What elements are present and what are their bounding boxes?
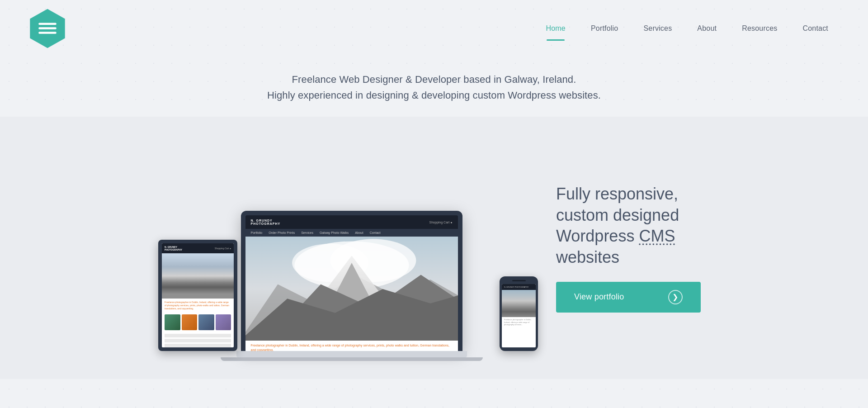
gallery-item-1 (165, 314, 180, 330)
phone-caption: Freelance photographer in Dublin, Irelan… (502, 317, 536, 327)
right-panel: Fully responsive, custom designed Wordpr… (556, 184, 710, 313)
header: Home Portfolio Services About Resources … (0, 0, 868, 49)
tablet-caption: Freelance photographer in Dublin, Irelan… (162, 299, 234, 313)
gallery-item-4 (216, 314, 231, 330)
phone-nav: N. GRUNDY PHOTOGRAPHY (502, 284, 536, 290)
nav-services[interactable]: Services (631, 20, 684, 37)
laptop-hero-image (245, 237, 458, 341)
tablet-gallery (162, 313, 234, 332)
nav-contact[interactable]: Contact (790, 20, 841, 37)
mountain-background (245, 237, 458, 341)
devices-showcase: N. GRUNDYPHOTOGRAPHY Shopping Cart ● Fre… (158, 135, 529, 361)
laptop-mockup: N. GRUNDYPHOTOGRAPHY Shopping Cart ● Por… (241, 211, 483, 361)
nav-about[interactable]: About (684, 20, 729, 37)
laptop-nav: N. GRUNDYPHOTOGRAPHY Shopping Cart ● (245, 215, 458, 229)
phone-mockup: N. GRUNDY PHOTOGRAPHY Freelance photogra… (500, 276, 538, 351)
logo[interactable] (27, 8, 68, 49)
tablet-nav: N. GRUNDYPHOTOGRAPHY Shopping Cart ● (162, 243, 234, 253)
main-section: N. GRUNDYPHOTOGRAPHY Shopping Cart ● Fre… (0, 117, 868, 379)
svg-rect-1 (38, 23, 57, 25)
main-nav: Home Portfolio Services About Resources … (533, 20, 841, 37)
laptop-caption: Freelance photographer in Dublin, Irelan… (245, 341, 458, 351)
laptop-links: Portfolio Order Photo Prints Services Ga… (245, 229, 458, 237)
nav-resources[interactable]: Resources (729, 20, 790, 37)
nav-home[interactable]: Home (533, 20, 578, 37)
view-portfolio-button[interactable]: View portfolio ❯ (556, 282, 701, 313)
tablet-mountain-image (162, 253, 234, 299)
tablet-mockup: N. GRUNDYPHOTOGRAPHY Shopping Cart ● Fre… (158, 240, 237, 351)
phone-speaker (512, 280, 526, 281)
gallery-item-2 (182, 314, 198, 330)
tablet-rows (162, 332, 234, 347)
feature-title: Fully responsive, custom designed Wordpr… (556, 184, 679, 268)
phone-mountain-image (502, 290, 536, 317)
hero-text: Freelance Web Designer & Developer based… (9, 71, 859, 103)
svg-rect-3 (38, 32, 57, 34)
arrow-circle-icon: ❯ (668, 290, 683, 304)
view-portfolio-label: View portfolio (574, 292, 624, 302)
laptop-base (236, 351, 467, 357)
svg-rect-2 (38, 27, 57, 29)
laptop-foot (221, 357, 483, 361)
gallery-item-3 (198, 314, 214, 330)
hero-section: Freelance Web Designer & Developer based… (0, 49, 868, 117)
nav-portfolio[interactable]: Portfolio (578, 20, 631, 37)
